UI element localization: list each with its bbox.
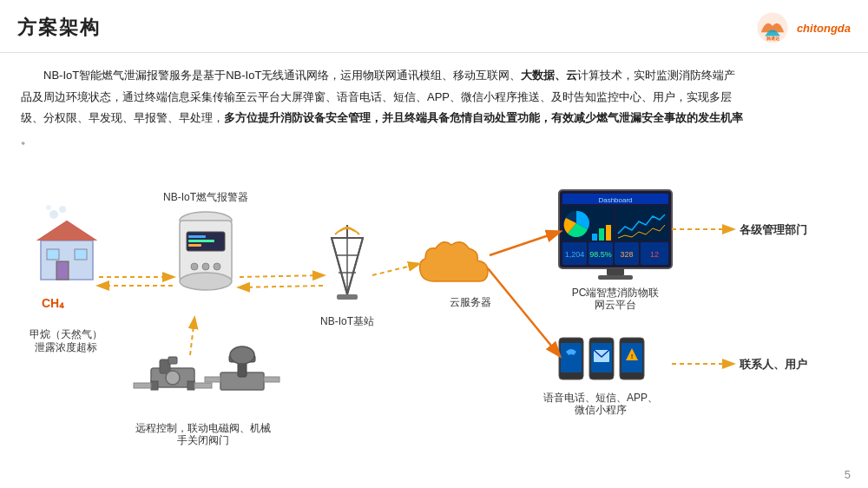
svg-rect-74 [194, 383, 212, 388]
svg-point-70 [166, 371, 180, 385]
svg-text:328: 328 [620, 250, 633, 259]
svg-text:网云平台: 网云平台 [595, 299, 636, 311]
svg-point-23 [214, 263, 220, 270]
svg-text:NB-IoT燃气报警器: NB-IoT燃气报警器 [163, 191, 248, 203]
svg-rect-46 [615, 242, 639, 265]
svg-rect-35 [559, 190, 672, 268]
svg-rect-5 [47, 249, 59, 260]
svg-rect-59 [591, 343, 612, 373]
header: 方案架构 驰通达 chitongda [0, 0, 868, 53]
svg-rect-72 [187, 381, 194, 390]
svg-rect-43 [616, 206, 668, 241]
svg-rect-80 [264, 377, 279, 382]
svg-rect-36 [562, 194, 668, 204]
svg-text:驰通达: 驰通达 [765, 36, 779, 41]
svg-rect-41 [599, 228, 604, 241]
svg-rect-62 [621, 343, 642, 373]
svg-line-27 [347, 238, 363, 294]
svg-point-21 [191, 263, 198, 270]
svg-line-86 [240, 286, 323, 287]
svg-point-16 [180, 273, 232, 290]
logo-icon: 驰通达 [753, 9, 792, 47]
svg-marker-63 [626, 348, 638, 360]
svg-rect-68 [160, 359, 170, 373]
svg-text:语音电话、短信、APP、: 语音电话、短信、APP、 [543, 392, 658, 404]
svg-text:微信小程序: 微信小程序 [575, 404, 627, 416]
svg-rect-47 [641, 242, 668, 265]
svg-marker-4 [36, 221, 97, 241]
description-text: NB-IoT智能燃气泄漏报警服务是基于NB-IoT无线通讯网络，运用物联网通讯模… [21, 65, 847, 151]
svg-text:12: 12 [650, 250, 659, 259]
svg-rect-61 [620, 338, 644, 379]
svg-rect-2 [41, 241, 93, 280]
svg-text:PC端智慧消防物联: PC端智慧消防物联 [572, 287, 660, 299]
svg-line-92 [190, 319, 194, 355]
svg-text:各级管理部门: 各级管理部门 [740, 223, 807, 236]
svg-rect-53 [598, 275, 633, 280]
svg-rect-75 [220, 373, 264, 390]
svg-point-10 [59, 206, 66, 213]
logo-text: chitongda [797, 22, 851, 35]
svg-rect-32 [337, 294, 358, 300]
svg-point-78 [230, 346, 254, 364]
svg-text:泄露浓度超标: 泄露浓度超标 [35, 341, 97, 353]
svg-marker-3 [36, 221, 97, 241]
svg-text:手关闭阀门: 手关闭阀门 [177, 434, 229, 446]
main-content: NB-IoT智能燃气泄漏报警服务是基于NB-IoT无线通讯网络，运用物联网通讯模… [0, 53, 868, 464]
svg-rect-79 [205, 377, 220, 382]
svg-point-22 [202, 263, 209, 270]
svg-text:CH₄: CH₄ [42, 296, 64, 310]
logo-area: 驰通达 chitongda [753, 9, 851, 47]
svg-rect-38 [562, 206, 615, 241]
svg-point-9 [49, 210, 58, 219]
svg-line-89 [488, 268, 559, 355]
svg-point-14 [180, 212, 232, 229]
svg-rect-69 [168, 357, 177, 364]
svg-rect-58 [589, 338, 614, 379]
svg-rect-57 [561, 343, 582, 373]
svg-text:NB-IoT基站: NB-IoT基站 [320, 315, 374, 327]
svg-text:Dashboard: Dashboard [598, 196, 632, 204]
svg-rect-71 [151, 381, 158, 390]
page-title: 方案架构 [17, 15, 101, 41]
svg-marker-25 [332, 238, 363, 294]
svg-rect-40 [592, 234, 597, 241]
svg-rect-19 [188, 240, 214, 242]
svg-rect-42 [606, 225, 611, 241]
svg-text:联系人、用户: 联系人、用户 [739, 358, 807, 371]
svg-line-88 [490, 232, 559, 255]
svg-rect-52 [607, 268, 624, 275]
svg-text:云服务器: 云服务器 [450, 296, 491, 308]
svg-point-39 [564, 211, 589, 235]
svg-rect-17 [187, 232, 225, 251]
svg-rect-76 [238, 355, 247, 377]
page-number: 5 [845, 468, 851, 481]
svg-rect-20 [188, 244, 201, 247]
svg-rect-6 [75, 249, 87, 260]
svg-text:!: ! [631, 353, 634, 360]
diagram-svg: CH₄ 甲烷（天然气） 泄露浓度超标 [21, 160, 854, 464]
svg-line-87 [372, 264, 418, 275]
svg-rect-77 [229, 355, 255, 362]
svg-rect-45 [589, 242, 613, 265]
svg-rect-56 [559, 338, 583, 379]
svg-text:98.5%: 98.5% [589, 250, 612, 259]
architecture-diagram: CH₄ 甲烷（天然气） 泄露浓度超标 [21, 160, 854, 464]
svg-rect-18 [188, 235, 206, 238]
svg-rect-67 [151, 368, 194, 387]
svg-line-26 [332, 238, 347, 294]
svg-line-85 [240, 275, 323, 277]
svg-rect-15 [180, 221, 232, 281]
svg-rect-60 [594, 350, 609, 362]
svg-rect-44 [562, 242, 587, 265]
svg-text:远程控制，联动电磁阀、机械: 远程控制，联动电磁阀、机械 [135, 422, 271, 434]
svg-text:甲烷（天然气）: 甲烷（天然气） [30, 328, 102, 340]
svg-text:1,204: 1,204 [565, 250, 585, 259]
svg-rect-7 [56, 261, 69, 280]
svg-rect-73 [134, 383, 151, 388]
svg-point-11 [46, 205, 51, 210]
